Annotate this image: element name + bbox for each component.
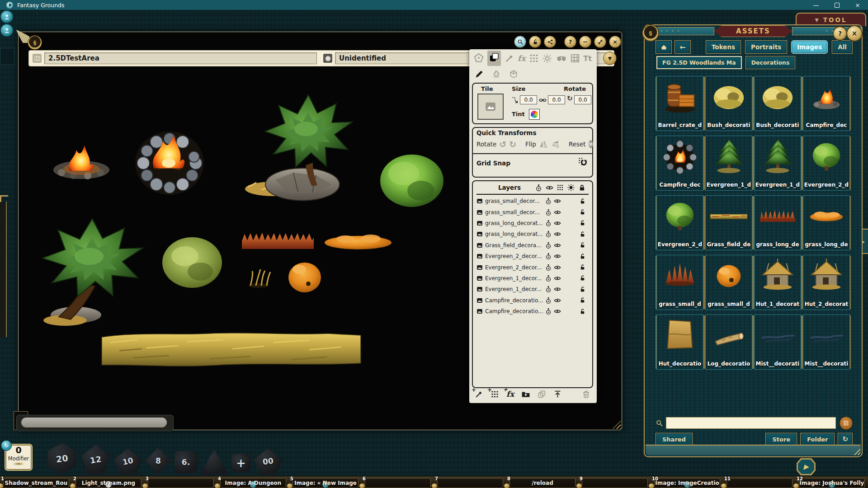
store-button[interactable]: Store bbox=[765, 433, 797, 446]
campfire-small[interactable] bbox=[53, 145, 109, 179]
minimize-button[interactable]: — bbox=[806, 0, 826, 10]
layer-unlock-icon[interactable] bbox=[579, 198, 586, 205]
flip-vertical-icon[interactable] bbox=[551, 140, 560, 149]
close-button[interactable]: × bbox=[847, 0, 868, 10]
die[interactable]: 6. bbox=[175, 451, 197, 474]
size-height-input[interactable] bbox=[548, 95, 565, 104]
bush-right[interactable] bbox=[380, 155, 443, 207]
assets-tab[interactable]: Portraits bbox=[745, 40, 787, 54]
layer-target-icon[interactable] bbox=[545, 297, 552, 304]
assets-help-icon[interactable]: ? bbox=[833, 26, 847, 41]
layer-visibility-icon[interactable] bbox=[554, 242, 561, 249]
duplicate-layer-icon[interactable] bbox=[538, 390, 546, 399]
layer-visibility-icon[interactable] bbox=[554, 275, 561, 282]
play-button[interactable]: ▶ bbox=[797, 458, 816, 475]
layers-tiles-icon[interactable] bbox=[557, 184, 564, 191]
taskbar-slot[interactable]: 7 bbox=[434, 476, 506, 488]
asset-tile[interactable]: Log_decoratio bbox=[705, 314, 752, 370]
layer-unlock-icon[interactable] bbox=[579, 253, 586, 260]
taskbar-slot[interactable]: 5 Image: « New Image bbox=[289, 476, 362, 488]
character-badge-bottom[interactable] bbox=[0, 23, 14, 37]
layer-unlock-icon[interactable] bbox=[579, 264, 586, 271]
layer-visibility-icon[interactable] bbox=[554, 209, 561, 216]
link-icon[interactable] bbox=[539, 96, 547, 104]
asset-tile[interactable]: Hut_2_decorat bbox=[803, 255, 850, 310]
layer-row[interactable]: grass_small_decor... bbox=[473, 206, 592, 217]
layer-row[interactable]: Evergreen_1_decor... bbox=[473, 273, 592, 284]
layers-tool-icon[interactable] bbox=[487, 51, 501, 66]
window-resize-icon[interactable] bbox=[594, 36, 606, 48]
layer-visibility-icon[interactable] bbox=[554, 230, 561, 238]
help-icon[interactable]: ? bbox=[564, 36, 576, 48]
grass-tuft-small[interactable] bbox=[249, 269, 270, 288]
layers-target-all-icon[interactable] bbox=[535, 184, 542, 192]
layer-row[interactable]: Campfire_decoratio... bbox=[473, 295, 592, 306]
layer-target-icon[interactable] bbox=[545, 264, 552, 271]
hidden-window-scrollbar[interactable] bbox=[16, 415, 174, 431]
grass-blob-orange[interactable] bbox=[288, 263, 321, 292]
layer-row[interactable]: Evergreen_2_decor... bbox=[473, 262, 592, 272]
asset-tile[interactable]: Hut_1_decorat bbox=[754, 255, 801, 310]
assets-tab[interactable]: Images bbox=[791, 40, 828, 54]
layer-visibility-icon[interactable] bbox=[554, 220, 561, 227]
maximize-button[interactable] bbox=[826, 0, 847, 10]
layer-target-icon[interactable] bbox=[545, 242, 552, 249]
draw-tool-icon[interactable] bbox=[505, 53, 514, 63]
layer-unlock-icon[interactable] bbox=[579, 297, 586, 304]
add-tile-layer-icon[interactable] bbox=[491, 390, 499, 399]
asset-tile[interactable]: Evergreen_2_d bbox=[656, 195, 703, 250]
image-name-field[interactable] bbox=[44, 52, 317, 64]
campfire-stone-ring[interactable] bbox=[135, 131, 204, 195]
cube-tool-icon[interactable] bbox=[509, 70, 518, 79]
light-tool-icon[interactable] bbox=[542, 53, 552, 64]
asset-tile[interactable]: Evergreen_1_d bbox=[705, 136, 752, 191]
asset-tile[interactable]: Evergreen_2_d bbox=[803, 136, 850, 191]
layer-unlock-icon[interactable] bbox=[579, 242, 586, 249]
tile-thumbnail[interactable] bbox=[477, 94, 504, 120]
layers-lock-all-icon[interactable] bbox=[578, 184, 586, 192]
move-layer-up-icon[interactable] bbox=[553, 390, 562, 399]
window-close-icon[interactable]: × bbox=[609, 36, 621, 48]
shared-button[interactable]: Shared bbox=[656, 433, 693, 446]
rotate-cw-icon[interactable]: ↻ bbox=[509, 140, 516, 149]
grass-long-red[interactable] bbox=[242, 233, 314, 249]
stamp-tool-icon[interactable] bbox=[492, 70, 501, 79]
layer-visibility-icon[interactable] bbox=[554, 286, 561, 293]
asset-tile[interactable]: Bush_decorati bbox=[705, 76, 752, 131]
layer-visibility-icon[interactable] bbox=[554, 197, 561, 205]
tiles-tool-icon[interactable] bbox=[529, 53, 539, 63]
back-icon[interactable]: ← bbox=[675, 40, 691, 54]
assets-tab[interactable]: All bbox=[832, 40, 853, 54]
asset-tile[interactable]: Campfire_dec bbox=[656, 136, 703, 191]
grass-field-band[interactable] bbox=[102, 333, 361, 366]
mask-tool-icon[interactable] bbox=[556, 53, 567, 64]
asset-tile[interactable]: Mist__decorati bbox=[754, 314, 801, 370]
taskbar-slot[interactable]: 1 Shadow_stream_Rou bbox=[0, 476, 72, 488]
taskbar-slot[interactable]: 3 bbox=[145, 476, 217, 488]
layer-target-icon[interactable] bbox=[545, 220, 552, 227]
assets-tab[interactable]: Tokens bbox=[706, 40, 741, 54]
text-tool-icon[interactable]: Tt bbox=[583, 54, 592, 63]
share-icon[interactable] bbox=[544, 36, 556, 48]
modifier-gear-icon[interactable]: ↻ bbox=[1, 440, 12, 451]
layer-target-icon[interactable] bbox=[545, 209, 552, 216]
layer-row[interactable]: Grass_field_decora... bbox=[473, 240, 592, 251]
home-icon[interactable] bbox=[656, 40, 672, 54]
layers-light-icon[interactable] bbox=[567, 183, 575, 192]
taskbar-slot[interactable]: 11 bbox=[723, 476, 796, 488]
rotate-ccw-icon[interactable]: ↺ bbox=[499, 140, 506, 149]
grid-snap-magnet-icon[interactable] bbox=[578, 157, 588, 167]
pencil-tool-icon[interactable] bbox=[475, 70, 484, 79]
dot-grid-icon[interactable] bbox=[840, 417, 853, 430]
zoom-icon[interactable] bbox=[514, 36, 526, 48]
layer-unlock-icon[interactable] bbox=[579, 220, 586, 226]
layer-target-icon[interactable] bbox=[545, 253, 552, 260]
add-drawing-layer-icon[interactable] bbox=[475, 390, 483, 399]
dice-tool-icon[interactable] bbox=[473, 53, 484, 64]
reset-icon[interactable]: × bbox=[589, 140, 593, 148]
layers-visibility-all-icon[interactable] bbox=[546, 184, 553, 192]
layer-visibility-icon[interactable] bbox=[554, 253, 561, 260]
die[interactable]: 00 bbox=[254, 448, 283, 474]
die[interactable] bbox=[200, 449, 228, 474]
window-minimize-icon[interactable]: − bbox=[579, 36, 591, 48]
